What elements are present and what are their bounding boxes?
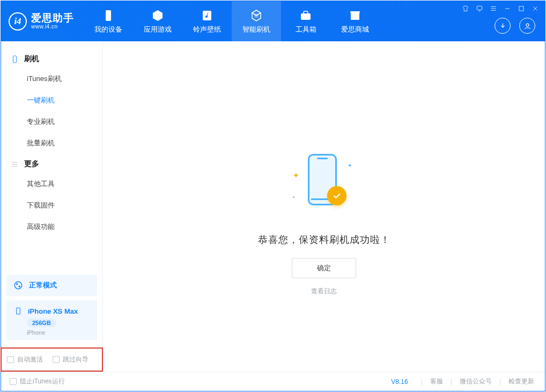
svg-rect-7	[13, 56, 16, 63]
cube-icon	[151, 9, 165, 23]
toolbox-icon	[299, 9, 313, 23]
checkbox-icon	[10, 378, 17, 385]
section-title-label: 刷机	[24, 54, 39, 64]
feedback-icon[interactable]	[475, 4, 484, 13]
svg-point-6	[526, 24, 529, 26]
checkbox-skip-guide[interactable]: 跳过向导	[53, 355, 88, 364]
download-button[interactable]	[495, 18, 511, 34]
music-icon	[200, 9, 214, 23]
sidebar-item-itunes-flash[interactable]: iTunes刷机	[1, 68, 102, 90]
nav-label: 爱思商城	[341, 25, 369, 34]
nav-toolbox[interactable]: 工具箱	[281, 1, 330, 41]
sidebar-item-batch-flash[interactable]: 批量刷机	[1, 132, 102, 154]
options-row: 自动激活 跳过向导	[1, 347, 103, 372]
sidebar-item-pro-flash[interactable]: 专业刷机	[1, 111, 102, 132]
device-name: iPhone XS Max	[28, 307, 78, 315]
checkbox-label: 阻止iTunes运行	[20, 377, 65, 386]
app-window: i4 爱思助手 www.i4.cn 我的设备 应用游戏 铃声壁纸 智能刷机	[1, 1, 545, 391]
minimize-icon[interactable]	[503, 4, 512, 13]
body: 刷机 iTunes刷机 一键刷机 专业刷机 批量刷机 更多 其他工具 下载固件 …	[1, 41, 545, 372]
nav-label: 工具箱	[296, 25, 316, 34]
app-logo: i4 爱思助手 www.i4.cn	[1, 1, 84, 41]
mode-card[interactable]: 正常模式	[6, 275, 97, 296]
device-type: iPhone	[27, 329, 45, 336]
svg-rect-4	[477, 6, 482, 10]
nav-apps-games[interactable]: 应用游戏	[133, 1, 182, 41]
nav-label: 智能刷机	[242, 25, 270, 34]
store-icon	[348, 9, 362, 23]
device-capacity: 256GB	[27, 319, 56, 327]
close-icon[interactable]	[531, 4, 540, 13]
section-title-label: 更多	[24, 159, 39, 169]
header: i4 爱思助手 www.i4.cn 我的设备 应用游戏 铃声壁纸 智能刷机	[1, 1, 545, 41]
mode-icon	[13, 280, 24, 291]
success-illustration: ✦ ✦ •	[286, 149, 361, 224]
sidebar-item-advanced[interactable]: 高级功能	[1, 216, 102, 238]
footer-link-wechat[interactable]: 微信公众号	[458, 377, 494, 386]
footer-link-support[interactable]: 客服	[428, 377, 445, 386]
ok-button[interactable]: 确定	[292, 258, 356, 278]
svg-rect-3	[301, 13, 311, 20]
nav-flash[interactable]: 智能刷机	[232, 1, 281, 41]
view-log-link[interactable]: 查看日志	[311, 287, 337, 296]
svg-rect-0	[106, 10, 111, 21]
maximize-icon[interactable]	[517, 4, 526, 13]
account-button[interactable]	[519, 18, 535, 34]
success-message: 恭喜您，保资料刷机成功啦！	[258, 233, 390, 246]
svg-point-9	[16, 283, 18, 285]
device-icon	[13, 306, 24, 316]
app-subtitle: www.i4.cn	[31, 24, 74, 29]
app-title: 爱思助手	[31, 13, 74, 24]
sparkle-icon: ✦	[348, 162, 352, 168]
svg-point-8	[14, 282, 22, 289]
svg-rect-11	[17, 308, 20, 314]
nav-label: 我的设备	[94, 25, 122, 34]
refresh-icon	[249, 9, 263, 23]
logo-icon: i4	[9, 12, 27, 31]
top-nav: 我的设备 应用游戏 铃声壁纸 智能刷机 工具箱 爱思商城	[84, 1, 380, 41]
checkbox-icon	[53, 356, 60, 363]
checkbox-stop-itunes[interactable]: 阻止iTunes运行	[10, 377, 65, 386]
sidebar-item-oneclick-flash[interactable]: 一键刷机	[1, 90, 102, 111]
device-icon	[101, 9, 115, 23]
checkbox-label: 自动激活	[17, 355, 43, 364]
svg-point-10	[19, 286, 20, 287]
nav-store[interactable]: 爱思商城	[330, 1, 380, 41]
sidebar-item-other-tools[interactable]: 其他工具	[1, 173, 102, 195]
sparkle-icon: ✦	[293, 171, 299, 180]
checkbox-icon	[7, 356, 14, 363]
main-content: ✦ ✦ • 恭喜您，保资料刷机成功啦！ 确定 查看日志	[103, 41, 545, 372]
check-badge-icon	[327, 186, 346, 205]
nav-label: 铃声壁纸	[193, 25, 221, 34]
mode-label: 正常模式	[29, 280, 57, 290]
checkbox-auto-activate[interactable]: 自动激活	[7, 355, 43, 364]
device-card[interactable]: iPhone XS Max 256GB iPhone	[6, 300, 97, 340]
footer: 阻止iTunes运行 V8.16 | 客服 | 微信公众号 | 检查更新	[1, 372, 545, 391]
svg-rect-5	[519, 6, 523, 11]
window-controls	[461, 4, 540, 13]
skin-icon[interactable]	[461, 4, 470, 13]
sidebar-section-more: 更多	[1, 154, 102, 173]
nav-label: 应用游戏	[144, 25, 172, 34]
checkbox-label: 跳过向导	[63, 355, 88, 364]
svg-point-2	[254, 13, 259, 18]
nav-ringtones[interactable]: 铃声壁纸	[182, 1, 232, 41]
sidebar: 刷机 iTunes刷机 一键刷机 专业刷机 批量刷机 更多 其他工具 下载固件 …	[1, 41, 103, 372]
footer-link-update[interactable]: 检查更新	[506, 377, 536, 386]
list-icon	[11, 160, 19, 168]
sidebar-item-download-fw[interactable]: 下载固件	[1, 195, 102, 216]
sparkle-icon: •	[293, 195, 294, 200]
nav-my-device[interactable]: 我的设备	[84, 1, 133, 41]
version-label: V8.16	[391, 378, 408, 386]
sidebar-section-flash: 刷机	[1, 49, 102, 68]
menu-icon[interactable]	[489, 4, 498, 13]
phone-icon	[11, 55, 19, 63]
